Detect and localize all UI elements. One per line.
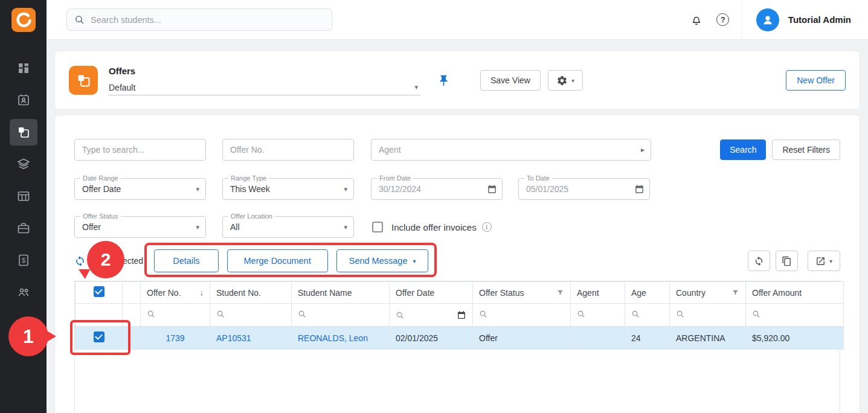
- col-offer-amount[interactable]: Offer Amount: [746, 282, 844, 304]
- save-view-button[interactable]: Save View: [480, 70, 541, 91]
- user-name[interactable]: Tutorial Admin: [788, 14, 851, 25]
- merge-document-button[interactable]: Merge Document: [227, 249, 328, 272]
- avatar[interactable]: [756, 8, 779, 31]
- cell-agent: [571, 327, 625, 350]
- filter-cell-offer-no[interactable]: [141, 304, 210, 327]
- range-type-select[interactable]: Range Type This Week ▾: [222, 178, 354, 200]
- notifications-button[interactable]: [683, 7, 710, 33]
- filter-cell-age[interactable]: [625, 304, 670, 327]
- table-row[interactable]: 1739 AP10531 REONALDS, Leon 02/01/2025 O…: [76, 327, 844, 350]
- col-offer-date[interactable]: Offer Date: [390, 282, 473, 304]
- table-icon: [16, 189, 31, 203]
- copy-button[interactable]: [776, 251, 798, 271]
- offers-module-icon: [69, 66, 98, 95]
- pin-view-button[interactable]: [437, 74, 450, 87]
- export-dropdown-button[interactable]: ▾: [808, 251, 840, 271]
- search-icon: [577, 310, 585, 318]
- from-date-field[interactable]: From Date 30/12/2024: [371, 178, 503, 200]
- main-content: Offers Default ▾ Save View ▾ New Offer: [47, 40, 868, 413]
- col-student-no-label: Student No.: [216, 288, 261, 298]
- col-offer-no-label: Offer No.: [147, 288, 181, 298]
- select-all-checkbox[interactable]: [94, 286, 104, 297]
- pin-icon: [437, 74, 450, 87]
- offer-location-select[interactable]: Offer Location All ▾: [222, 216, 354, 238]
- filter-cell-country[interactable]: [670, 304, 746, 327]
- sidebar-item-students[interactable]: [0, 84, 47, 116]
- view-select[interactable]: Default ▾: [109, 80, 420, 95]
- col-country[interactable]: Country: [670, 282, 746, 304]
- agent-input[interactable]: [371, 145, 641, 155]
- annotation-step-2: 2: [87, 241, 124, 278]
- col-student-no[interactable]: Student No.: [210, 282, 292, 304]
- include-invoices-checkbox[interactable]: [372, 222, 383, 232]
- cell-offer-date: 02/01/2025: [390, 327, 473, 350]
- calendar-icon[interactable]: [457, 310, 466, 320]
- sidebar-item-tables[interactable]: [0, 180, 47, 212]
- send-message-button[interactable]: Send Message ▾: [336, 249, 429, 272]
- text-search-input[interactable]: [74, 139, 206, 161]
- col-student-name[interactable]: Student Name: [292, 282, 390, 304]
- sidebar-item-agents[interactable]: [0, 276, 47, 308]
- cell-age: 24: [625, 327, 670, 350]
- col-offer-no[interactable]: Offer No.↓: [141, 282, 210, 304]
- refresh-icon: [754, 256, 764, 266]
- col-age[interactable]: Age: [625, 282, 670, 304]
- agent-lookup-field: ▸: [371, 139, 651, 161]
- date-range-select[interactable]: Date Range Offer Date ▾: [74, 178, 206, 200]
- new-offer-button[interactable]: New Offer: [786, 70, 846, 91]
- sidebar-item-courses[interactable]: [0, 148, 47, 180]
- calendar-icon[interactable]: [634, 184, 645, 194]
- calendar-icon[interactable]: [487, 184, 497, 194]
- title-block: Offers Default ▾: [109, 66, 420, 95]
- filter-cell-agent[interactable]: [571, 304, 625, 327]
- topbar: ? Tutorial Admin: [47, 0, 868, 40]
- global-search-input[interactable]: [91, 15, 324, 25]
- grid-empty-area: [75, 350, 840, 413]
- to-date-field[interactable]: To Date 05/01/2025: [518, 178, 650, 200]
- offer-no-input[interactable]: [222, 139, 354, 161]
- col-student-name-label: Student Name: [298, 288, 352, 298]
- filter-cell-offer-amount[interactable]: [746, 304, 844, 327]
- sidebar-item-services[interactable]: [0, 212, 47, 244]
- filter-cell-offer-status[interactable]: [473, 304, 571, 327]
- filter-cell-offer-date[interactable]: [390, 304, 473, 327]
- search-icon: [147, 310, 155, 318]
- copy-icon: [782, 256, 792, 266]
- chevron-right-icon[interactable]: ▸: [641, 146, 651, 154]
- sidebar-item-invoices[interactable]: $: [0, 244, 47, 276]
- student-name-link[interactable]: REONALDS, Leon: [298, 333, 368, 343]
- student-no-link[interactable]: AP10531: [216, 333, 251, 343]
- sidebar-item-offers[interactable]: [0, 116, 47, 148]
- offer-status-label: Offer Status: [80, 213, 121, 220]
- app-window: $ ? Tutorial Admin: [0, 0, 868, 413]
- refresh-button[interactable]: [748, 251, 770, 271]
- dashboard-icon: [16, 61, 31, 75]
- details-button[interactable]: Details: [154, 249, 218, 272]
- filter-cell-select: [76, 304, 123, 327]
- sidebar-item-dashboard[interactable]: [0, 52, 47, 84]
- search-icon: [676, 310, 684, 318]
- search-button[interactable]: Search: [720, 139, 766, 160]
- offer-status-select[interactable]: Offer Status Offer ▾: [74, 216, 206, 238]
- filter-row-1: ▸ Search Reset Filters: [74, 139, 840, 161]
- page-title: Offers: [109, 66, 420, 76]
- filter-row-3: Offer Status Offer ▾ Offer Location All …: [74, 216, 840, 238]
- offer-no-link[interactable]: 1739: [166, 333, 184, 343]
- row-checkbox[interactable]: [94, 331, 104, 342]
- filter-funnel-icon[interactable]: [556, 289, 564, 296]
- settings-dropdown-button[interactable]: ▾: [548, 70, 583, 91]
- app-logo[interactable]: [0, 0, 47, 40]
- include-invoices-label: Include offer invoices: [391, 222, 477, 232]
- col-offer-status[interactable]: Offer Status: [473, 282, 571, 304]
- filter-cell-student-name[interactable]: [292, 304, 390, 327]
- reset-filters-button[interactable]: Reset Filters: [772, 139, 840, 160]
- cell-offer-amount: $5,920.00: [746, 327, 844, 350]
- grid-filter-row: [76, 304, 844, 327]
- help-button[interactable]: ?: [710, 7, 736, 33]
- filter-cell-student-no[interactable]: [210, 304, 292, 327]
- col-agent[interactable]: Agent: [571, 282, 625, 304]
- info-icon[interactable]: i: [482, 222, 492, 232]
- expander-header: [123, 282, 141, 304]
- filter-funnel-icon[interactable]: [731, 289, 739, 296]
- search-icon: [479, 310, 487, 318]
